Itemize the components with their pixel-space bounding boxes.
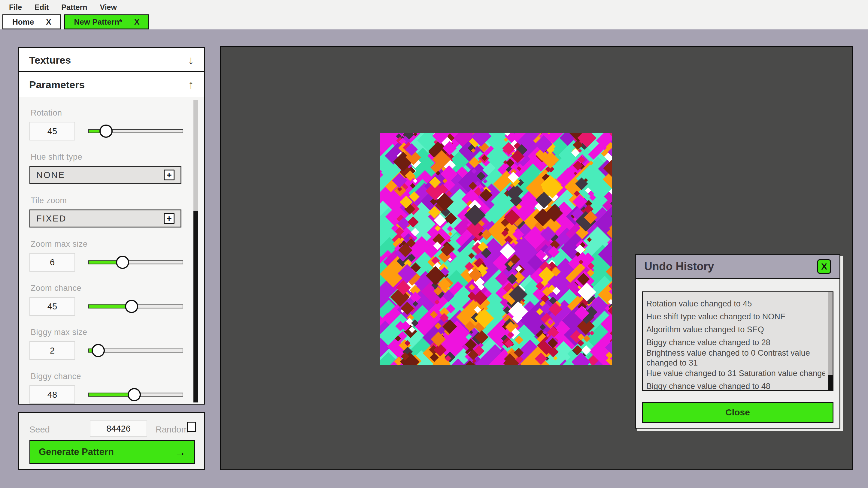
dialog-close-button[interactable]: Close [642, 402, 833, 423]
parameters-scrollbar-track[interactable] [193, 100, 198, 402]
zoom-chance-label: Zoom chance [31, 284, 181, 293]
zoom-chance-slider[interactable] [88, 297, 183, 316]
tile-zoom-control: Tile zoom FIXED + [29, 196, 181, 227]
undo-history-list: Rotation value changed to 45 Hue shift t… [642, 291, 833, 391]
plus-icon[interactable]: + [164, 169, 175, 181]
dialog-close-x-button[interactable]: X [817, 259, 831, 274]
undo-entry[interactable]: Hue value changed to 31 Saturation value… [646, 368, 825, 379]
hue-shift-type-control: Hue shift type NONE + [29, 153, 181, 184]
undo-entry[interactable]: Biggy chance value changed to 48 [646, 382, 825, 391]
chevron-up-icon[interactable]: ↑ [188, 78, 194, 91]
undo-entry[interactable]: Brightness value changed to 0 Contrast v… [646, 348, 825, 368]
tab-home-label: Home [12, 18, 34, 27]
undo-history-title: Undo History [644, 260, 714, 273]
undo-history-dialog: Undo History X Rotation value changed to… [635, 254, 840, 429]
biggy-max-size-slider-thumb[interactable] [92, 344, 105, 357]
zoom-chance-slider-thumb[interactable] [125, 300, 138, 313]
tile-zoom-dropdown[interactable]: FIXED + [29, 209, 181, 227]
undo-entry[interactable]: Rotation value changed to 45 [646, 299, 825, 309]
zoom-max-size-slider-thumb[interactable] [116, 256, 129, 269]
tab-new-pattern-close-icon[interactable]: X [134, 18, 140, 27]
parameters-section: Parameters ↑ Rotation Hue shift type NON… [18, 71, 205, 404]
textures-section[interactable]: Textures ↓ [18, 47, 205, 71]
parameters-title: Parameters [29, 79, 85, 91]
textures-title: Textures [29, 54, 71, 66]
rotation-slider-thumb[interactable] [99, 125, 113, 138]
parameters-header[interactable]: Parameters ↑ [19, 72, 204, 97]
zoom-chance-value-input[interactable] [29, 297, 75, 316]
plus-icon[interactable]: + [164, 213, 175, 224]
chevron-down-icon[interactable]: ↓ [188, 54, 194, 67]
hue-shift-type-value: NONE [36, 170, 65, 180]
undo-list-scrollbar-track[interactable] [828, 292, 833, 390]
generate-pattern-button[interactable]: Generate Pattern → [29, 440, 195, 464]
generated-pattern-image [380, 133, 612, 365]
menu-file[interactable]: File [9, 3, 22, 12]
tab-new-pattern-label: New Pattern* [74, 18, 122, 27]
random-label: Random [156, 425, 189, 434]
zoom-max-size-value-input[interactable] [29, 253, 75, 271]
parameters-scrollbar-thumb[interactable] [193, 211, 198, 402]
biggy-chance-control: Biggy chance [29, 372, 181, 404]
seed-label: Seed [29, 425, 50, 434]
hue-shift-type-label: Hue shift type [31, 153, 181, 162]
undo-history-titlebar[interactable]: Undo History X [636, 255, 839, 279]
menu-edit[interactable]: Edit [35, 3, 49, 12]
rotation-label: Rotation [31, 108, 181, 118]
tile-zoom-value: FIXED [36, 214, 66, 224]
seed-input[interactable] [90, 420, 147, 437]
zoom-max-size-label: Zoom max size [31, 239, 181, 249]
menu-pattern[interactable]: Pattern [61, 3, 87, 12]
rotation-slider[interactable] [88, 122, 183, 140]
undo-entry[interactable]: Hue shift type value changed to NONE [646, 312, 825, 322]
tab-home[interactable]: Home X [2, 14, 61, 29]
biggy-chance-value-input[interactable] [29, 385, 75, 404]
biggy-chance-label: Biggy chance [31, 372, 181, 381]
undo-list-scrollbar-thumb[interactable] [828, 375, 833, 390]
zoom-max-size-control: Zoom max size [29, 239, 181, 271]
biggy-max-size-label: Biggy max size [31, 328, 181, 337]
random-checkbox[interactable] [187, 422, 196, 432]
menu-view[interactable]: View [100, 3, 117, 12]
zoom-chance-control: Zoom chance [29, 284, 181, 316]
hue-shift-type-dropdown[interactable]: NONE + [29, 166, 181, 184]
parameters-scroll-area: Rotation Hue shift type NONE + Tile zoom [19, 97, 204, 404]
rotation-control: Rotation [29, 108, 181, 140]
seed-section: Seed Random Generate Pattern → [18, 412, 205, 470]
zoom-max-size-slider[interactable] [88, 253, 183, 271]
biggy-chance-slider-thumb[interactable] [128, 388, 141, 401]
tile-zoom-label: Tile zoom [31, 196, 181, 205]
undo-entry[interactable]: Algorithm value changed to SEQ [646, 325, 825, 335]
undo-entry[interactable]: Biggy chance value changed to 28 [646, 338, 825, 348]
biggy-max-size-slider[interactable] [88, 341, 183, 360]
textures-header[interactable]: Textures ↓ [19, 48, 204, 72]
tab-bar: Home X New Pattern* X [0, 14, 868, 29]
biggy-max-size-control: Biggy max size [29, 328, 181, 360]
tab-home-close-icon[interactable]: X [46, 18, 51, 27]
biggy-max-size-value-input[interactable] [29, 341, 75, 360]
tab-new-pattern[interactable]: New Pattern* X [64, 14, 150, 29]
menu-bar: File Edit Pattern View [0, 0, 868, 14]
biggy-chance-slider[interactable] [88, 385, 183, 404]
rotation-value-input[interactable] [29, 122, 75, 140]
arrow-right-icon: → [175, 446, 186, 459]
generate-pattern-label: Generate Pattern [39, 447, 114, 457]
